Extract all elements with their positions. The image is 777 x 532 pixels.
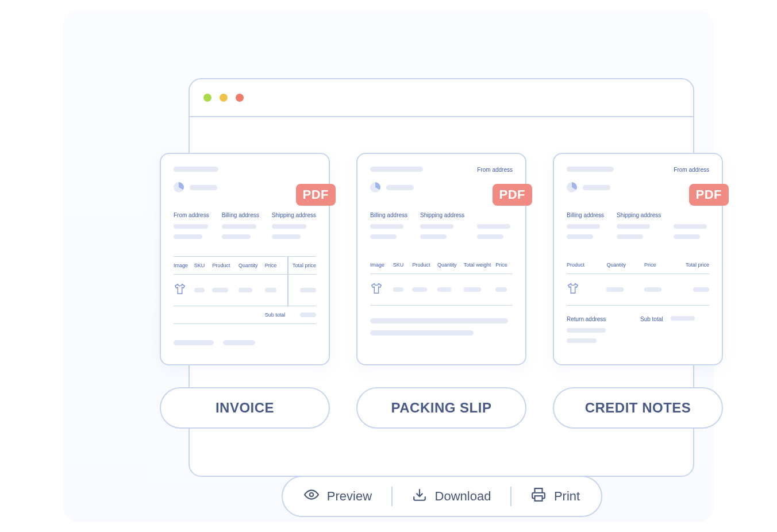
table-row	[174, 275, 316, 306]
table-header: SKU	[393, 262, 413, 268]
pdf-badge: PDF	[296, 184, 336, 206]
packing-slip-card[interactable]: PDF From address Billing address Shippin…	[356, 153, 526, 365]
table-header: SKU	[194, 263, 213, 268]
title-block	[174, 167, 316, 172]
address-label: From address	[174, 212, 209, 218]
invoice-pill[interactable]: INVOICE	[160, 387, 330, 429]
packing-slip-pill[interactable]: PACKING SLIP	[356, 387, 526, 429]
footer-placeholder	[370, 318, 513, 336]
download-icon	[412, 487, 427, 506]
action-bar: Preview Download Print	[282, 476, 602, 517]
logo-row	[567, 182, 709, 192]
table-header: Price	[265, 263, 287, 268]
invoice-card[interactable]: PDF From address Billing address Shippin…	[160, 153, 330, 365]
table-header: Quantity	[606, 262, 644, 268]
from-address-label: From address	[477, 167, 513, 173]
eye-icon	[304, 487, 319, 506]
address-label: Billing address	[222, 212, 259, 218]
logo-icon	[174, 182, 184, 192]
table-row	[567, 274, 709, 306]
logo-icon	[567, 182, 577, 192]
shirt-icon	[370, 282, 393, 297]
traffic-light-minimize[interactable]	[203, 94, 211, 102]
address-label: Billing address	[567, 212, 604, 218]
footer-placeholder	[174, 340, 316, 345]
credit-notes-card[interactable]: PDF From address Billing address Shippin…	[553, 153, 723, 365]
table-header: Product	[212, 263, 239, 268]
table-header: Product	[567, 262, 606, 268]
address-section: Billing address Shipping address .	[370, 212, 513, 245]
line-items-table: Image SKU Product Quantity Price Total p…	[174, 256, 316, 324]
address-label: Shipping address	[617, 212, 661, 218]
return-address-label: Return address	[567, 316, 634, 322]
address-label: Shipping address	[420, 212, 464, 218]
logo-icon	[370, 182, 380, 192]
document-cards-row: PDF From address Billing address Shippin…	[160, 153, 723, 365]
browser-titlebar	[190, 79, 693, 117]
preview-button[interactable]: Preview	[284, 487, 391, 506]
table-header: Total price	[286, 263, 316, 268]
pdf-badge: PDF	[493, 184, 533, 206]
traffic-light-maximize[interactable]	[220, 94, 228, 102]
stage: PDF From address Billing address Shippin…	[63, 10, 714, 522]
address-label: Billing address	[370, 212, 407, 218]
line-items-table: Product Quantity Price Total price	[567, 256, 709, 306]
shirt-icon	[174, 283, 194, 298]
print-label: Print	[554, 489, 580, 504]
address-section: Billing address Shipping address .	[567, 212, 709, 245]
pdf-badge: PDF	[689, 184, 729, 206]
download-label: Download	[435, 489, 491, 504]
subtotal-label: Sub total	[265, 312, 287, 318]
table-header: Image	[174, 263, 194, 268]
svg-rect-1	[534, 496, 542, 501]
table-header: Total weight	[464, 262, 496, 268]
credit-footer: Return address Sub total	[567, 316, 709, 343]
table-header: Product	[412, 262, 437, 268]
document-type-pills: INVOICE PACKING SLIP CREDIT NOTES	[160, 387, 723, 429]
download-button[interactable]: Download	[393, 487, 511, 506]
logo-row	[174, 182, 316, 192]
line-items-table: Image SKU Product Quantity Total weight …	[370, 256, 513, 306]
table-header: Quantity	[239, 263, 265, 268]
svg-point-0	[310, 493, 314, 497]
address-section: From address Billing address Shipping ad…	[174, 212, 316, 245]
traffic-light-close[interactable]	[236, 94, 244, 102]
table-header: Price	[644, 262, 679, 268]
print-button[interactable]: Print	[511, 487, 599, 506]
window-controls	[203, 94, 244, 102]
table-header: Price	[495, 262, 513, 268]
address-label: Shipping address	[272, 212, 316, 218]
table-header: Image	[370, 262, 393, 268]
table-header: Quantity	[437, 262, 464, 268]
subtotal-label: Sub total	[640, 316, 663, 322]
logo-row	[370, 182, 513, 192]
table-header: Total price	[678, 262, 709, 268]
shirt-icon	[567, 282, 606, 297]
credit-notes-pill[interactable]: CREDIT NOTES	[553, 387, 723, 429]
preview-label: Preview	[327, 489, 372, 504]
printer-icon	[531, 487, 546, 506]
from-address-label: From address	[674, 167, 709, 173]
table-row	[370, 274, 513, 306]
